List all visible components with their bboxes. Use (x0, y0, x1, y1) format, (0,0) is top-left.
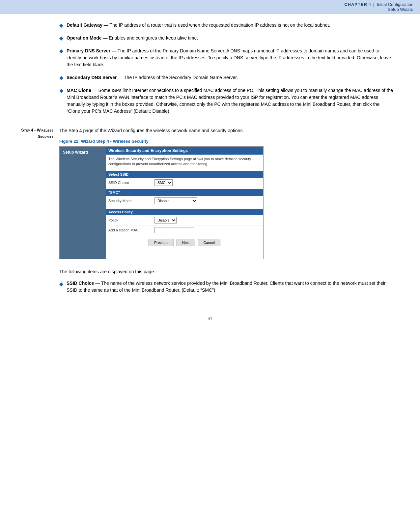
separator-0: — (104, 22, 110, 28)
wizard-sidebar: Setup Wizard (60, 147, 106, 259)
cancel-button[interactable]: Cancel (198, 239, 220, 246)
desc-0: The IP address of a router that is used … (109, 22, 330, 28)
wizard-screenshot: Setup Wizard Wireless Security and Encry… (59, 146, 264, 259)
ssid-choice-select[interactable]: SMC (154, 179, 173, 186)
separator-1: — (103, 35, 109, 41)
term-primary-dns: Primary DNS Server (67, 48, 110, 53)
wizard-outer: Setup Wizard Wireless Security and Encry… (60, 147, 263, 259)
separator-2: — (112, 48, 118, 53)
list-item: ◆ Default Gateway — The IP address of a … (59, 22, 394, 29)
page-header: Chapter 4 | Initial Configuration Setup … (0, 0, 420, 14)
wizard-add-station-row: Add a station MAC (106, 225, 263, 235)
bullet-section: ◆ Default Gateway — The IP address of a … (59, 22, 394, 115)
wizard-select-ssid-header: Select SSID (106, 171, 263, 178)
step4-label-line1: Step 4 - Wireless (21, 128, 53, 133)
chapter-num: 4 (369, 2, 371, 7)
bullet-icon: ◆ (59, 35, 63, 41)
wizard-policy-value: Disable (154, 217, 261, 223)
wizard-policy-label: Policy (108, 218, 154, 222)
wizard-main-panel: Wireless Security and Encryption Setting… (106, 147, 263, 259)
chapter-line: Chapter 4 | Initial Configuration (7, 2, 413, 7)
wizard-policy-row: Policy Disable (106, 215, 263, 225)
wizard-security-mode-row: Security Mode Disable (106, 196, 263, 206)
step4-right: The Step 4 page of the Wizard configures… (59, 127, 394, 300)
figure-caption: Figure 22: Wizard Step 4 - Wireless Secu… (59, 139, 394, 144)
step4-left: Step 4 - Wireless Security (7, 127, 59, 300)
step4-layout: Step 4 - Wireless Security The Step 4 pa… (0, 124, 420, 303)
bullet-text: MAC Clone — Some ISPs limit Internet con… (67, 87, 394, 115)
wizard-ssid-row: SSID Choice SMC (106, 178, 263, 188)
wizard-buttons: Previous Next Cancel (106, 235, 263, 250)
security-mode-select[interactable]: Disable (154, 197, 197, 204)
bullet-text: Default Gateway — The IP address of a ro… (67, 22, 330, 29)
term-default-gateway: Default Gateway (67, 22, 102, 28)
page-number: – 41 – (204, 316, 216, 321)
wizard-add-station-label: Add a station MAC (108, 228, 154, 232)
wizard-security-mode-label: Security Mode (108, 199, 154, 203)
term-ssid-choice: SSID Choice (67, 281, 94, 286)
bullet-icon: ◆ (59, 87, 63, 94)
list-item: ◆ Secondary DNS Server — The IP address … (59, 74, 394, 81)
wizard-section-desc: The Wireless Security and Encryption Set… (106, 155, 263, 169)
wizard-ssid-label: SSID Choice (108, 181, 154, 185)
bullet-text: SSID Choice — The name of the wireless n… (67, 280, 394, 294)
list-item: ◆ SSID Choice — The name of the wireless… (59, 280, 394, 294)
wizard-access-policy-header: Access Policy (106, 209, 263, 215)
step4-label: Step 4 - Wireless Security (7, 127, 59, 140)
bullet-icon: ◆ (59, 22, 63, 28)
following-intro: The following items are displayed on thi… (59, 268, 394, 275)
step4-label-line2: Security (38, 134, 53, 139)
wizard-sidebar-title: Setup Wizard (63, 150, 102, 155)
right-main: ◆ Default Gateway — The IP address of a … (59, 22, 394, 121)
previous-button[interactable]: Previous (149, 239, 174, 246)
chapter-title: Initial Configuration (377, 2, 413, 7)
following-sep-0: — (95, 281, 101, 286)
chapter-label: Chapter (344, 2, 367, 7)
separator-3: — (118, 75, 124, 80)
desc-1: Enables and configures the keep alive ti… (109, 35, 198, 41)
term-secondary-dns: Secondary DNS Server (67, 75, 117, 80)
separator-4: — (93, 88, 98, 93)
desc-4: Some ISPs limit Internet connections to … (67, 88, 393, 114)
bullet-text: Secondary DNS Server — The IP address of… (67, 74, 238, 81)
bullet-text: Primary DNS Server — The IP address of t… (67, 47, 394, 68)
term-operation-mode: Operation Mode (67, 35, 102, 41)
wizard-section-header: Wireless Security and Encryption Setting… (106, 147, 263, 155)
wizard-ssid-value: SMC (154, 179, 261, 186)
policy-select[interactable]: Disable (154, 217, 177, 223)
list-item: ◆ Operation Mode — Enables and configure… (59, 35, 394, 42)
desc-3: The IP address of the Secondary Domain N… (124, 75, 238, 80)
page-footer: – 41 – (0, 310, 420, 328)
list-item: ◆ Primary DNS Server — The IP address of… (59, 47, 394, 68)
add-station-input[interactable] (154, 227, 194, 233)
term-mac-clone: MAC Clone (67, 88, 91, 93)
bullet-icon: ◆ (59, 74, 63, 81)
bullet-icon: ◆ (59, 280, 63, 288)
bullet-icon: ◆ (59, 48, 63, 54)
wizard-security-mode-value: Disable (154, 197, 261, 204)
list-item: ◆ MAC Clone — Some ISPs limit Internet c… (59, 87, 394, 115)
following-desc-0: The name of the wireless network service… (67, 281, 386, 293)
left-margin (7, 22, 59, 121)
main-layout: ◆ Default Gateway — The IP address of a … (0, 14, 420, 124)
wizard-add-station-value (154, 227, 261, 233)
sub-title: Setup Wizard (7, 7, 413, 12)
bullet-text: Operation Mode — Enables and configures … (67, 35, 198, 42)
following-section: The following items are displayed on thi… (59, 268, 394, 294)
wizard-smc-header: "SMC" (106, 189, 263, 196)
step4-intro: The Step 4 page of the Wizard configures… (59, 127, 394, 134)
next-button[interactable]: Next (177, 239, 195, 246)
